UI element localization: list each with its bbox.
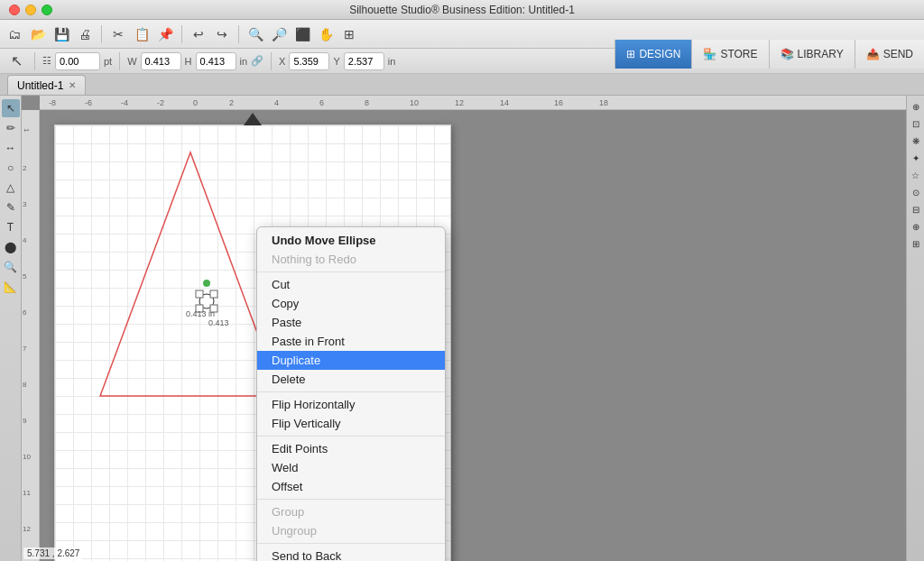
draw-tool[interactable]: ✏	[2, 119, 20, 137]
rs-btn8[interactable]: ⊕	[909, 219, 923, 234]
text-tool[interactable]: T	[2, 218, 20, 236]
pointer-tool[interactable]: ↖	[5, 51, 27, 72]
new-btn[interactable]: 🗂	[4, 23, 25, 45]
select-tool[interactable]: ↖	[2, 99, 20, 117]
maximize-button[interactable]	[42, 5, 52, 15]
width-input[interactable]	[141, 52, 181, 70]
store-icon: 🏪	[703, 48, 716, 60]
ctx-duplicate[interactable]: Duplicate	[257, 351, 445, 370]
ctx-offset[interactable]: Offset	[257, 477, 445, 496]
ruler-left-7: 7	[23, 345, 26, 353]
copy-btn[interactable]: 📋	[131, 23, 152, 45]
minimize-button[interactable]	[25, 5, 36, 15]
zoom-fit-btn[interactable]: ⬛	[291, 23, 313, 45]
rs-btn4[interactable]: ✦	[909, 151, 923, 165]
save-btn[interactable]: 💾	[51, 23, 72, 45]
tab-label: Untitled-1	[17, 79, 63, 92]
ruler-tick-12: 12	[455, 98, 464, 107]
ctx-weld[interactable]: Weld	[257, 458, 445, 477]
paste-btn[interactable]: 📌	[154, 23, 176, 45]
library-icon: 📚	[781, 48, 794, 60]
ruler-tick-14: 14	[500, 98, 509, 107]
close-button[interactable]	[9, 5, 20, 15]
redo-btn[interactable]: ↪	[211, 23, 233, 45]
ctx-ungroup: Ungroup	[257, 521, 445, 540]
handle-tl[interactable]	[196, 290, 203, 298]
x-input[interactable]	[289, 52, 329, 70]
pan-btn[interactable]: ✋	[315, 23, 337, 45]
pen-tool[interactable]: ✎	[2, 198, 20, 216]
ctx-copy[interactable]: Copy	[257, 294, 445, 313]
store-tab[interactable]: 🏪 STORE	[691, 40, 768, 69]
resize-tool[interactable]: ↔	[2, 139, 20, 157]
rs-btn6[interactable]: ⊙	[909, 185, 923, 199]
tab-close-icon[interactable]: ✕	[69, 80, 76, 90]
shape-tool[interactable]: △	[2, 179, 20, 197]
left-toolbar: ↖ ✏ ↔ ○ △ ✎ T ⬤ 🔍 📐	[0, 96, 22, 561]
ruler-left-5: 5	[23, 272, 26, 280]
ctx-delete[interactable]: Delete	[257, 370, 445, 389]
angle-input[interactable]	[55, 52, 100, 70]
rs-btn2[interactable]: ⊡	[909, 116, 923, 131]
zoom-out-btn[interactable]: 🔎	[268, 23, 290, 45]
ctx-flip-h[interactable]: Flip Horizontally	[257, 395, 445, 414]
magnify-tool[interactable]: 🔍	[2, 258, 20, 276]
ctx-edit-points[interactable]: Edit Points	[257, 439, 445, 458]
ruler-left-10: 10	[23, 453, 31, 461]
triangle-shape[interactable]	[100, 152, 281, 396]
open-btn[interactable]: 📂	[27, 23, 49, 45]
canvas-area[interactable]: -8 -6 -4 -2 0 2 4 6 8 10 12 14 16 18 1 2…	[22, 96, 906, 561]
rs-btn9[interactable]: ⊞	[909, 236, 923, 251]
ctx-cut[interactable]: Cut	[257, 275, 445, 294]
ctx-sep5	[257, 543, 445, 544]
ruler-top: -8 -6 -4 -2 0 2 4 6 8 10 12 14 16 18	[40, 96, 906, 110]
ctx-undo-move[interactable]: Undo Move Ellipse	[257, 231, 445, 250]
handle-tr[interactable]	[210, 290, 217, 298]
design-tab[interactable]: ⊞ DESIGN	[614, 40, 691, 69]
ctx-flip-v[interactable]: Flip Vertically	[257, 414, 445, 433]
rs-btn7[interactable]: ⊟	[909, 202, 923, 216]
y-input[interactable]	[344, 52, 384, 70]
print-btn[interactable]: 🖨	[74, 23, 96, 45]
rs-btn3[interactable]: ❋	[909, 133, 923, 148]
t2-div2	[119, 52, 120, 70]
ctx-paste-front[interactable]: Paste in Front	[257, 332, 445, 351]
grid-btn[interactable]: ⊞	[338, 23, 360, 45]
right-nav-tabs: ⊞ DESIGN 🏪 STORE 📚 LIBRARY 📤 SEND	[614, 40, 924, 69]
ctx-paste[interactable]: Paste	[257, 313, 445, 332]
ctx-sep2	[257, 391, 445, 392]
ctx-send-back[interactable]: Send to Back	[257, 547, 445, 561]
rotation-handle[interactable]	[203, 280, 210, 287]
ruler-tick-n6: -6	[85, 98, 92, 107]
ruler-tick-8: 8	[365, 98, 369, 107]
coord-x: 5.731	[27, 548, 50, 558]
undo-btn[interactable]: ↩	[188, 23, 209, 45]
main-area: ↖ ✏ ↔ ○ △ ✎ T ⬤ 🔍 📐 -8 -6 -4 -2 0 2 4 6 …	[0, 96, 924, 561]
tab-untitled[interactable]: Untitled-1 ✕	[7, 75, 86, 95]
rs-btn1[interactable]: ⊕	[909, 99, 923, 114]
send-icon: 📤	[866, 48, 880, 60]
tab-bar: Untitled-1 ✕	[0, 74, 924, 96]
divider2	[181, 25, 182, 43]
app-title: Silhouette Studio® Business Edition: Unt…	[349, 4, 575, 16]
ruler-tick-n8: -8	[49, 98, 56, 107]
ruler-tick-6: 6	[319, 98, 324, 107]
pt-label: pt	[104, 56, 112, 67]
blade-tool[interactable]: 📐	[2, 278, 20, 296]
library-tab[interactable]: 📚 LIBRARY	[769, 40, 855, 69]
fill-tool[interactable]: ⬤	[2, 238, 20, 256]
unit2-label: in	[388, 56, 396, 67]
ellipse-tool[interactable]: ○	[2, 159, 20, 177]
ruler-left-2: 2	[23, 164, 26, 172]
height-input[interactable]	[196, 52, 236, 70]
zoom-in-btn[interactable]: 🔍	[245, 23, 266, 45]
lock-icon: 🔗	[251, 55, 263, 67]
ruler-left-12: 12	[23, 525, 31, 533]
rs-btn5[interactable]: ☆	[909, 168, 923, 182]
ctx-group: Group	[257, 502, 445, 521]
cut-btn[interactable]: ✂	[107, 23, 129, 45]
ruler-left-1: 1	[23, 128, 31, 132]
ruler-left-3: 3	[23, 200, 26, 208]
size-label-h: 0.413	[208, 318, 229, 327]
send-tab[interactable]: 📤 SEND	[855, 40, 924, 69]
